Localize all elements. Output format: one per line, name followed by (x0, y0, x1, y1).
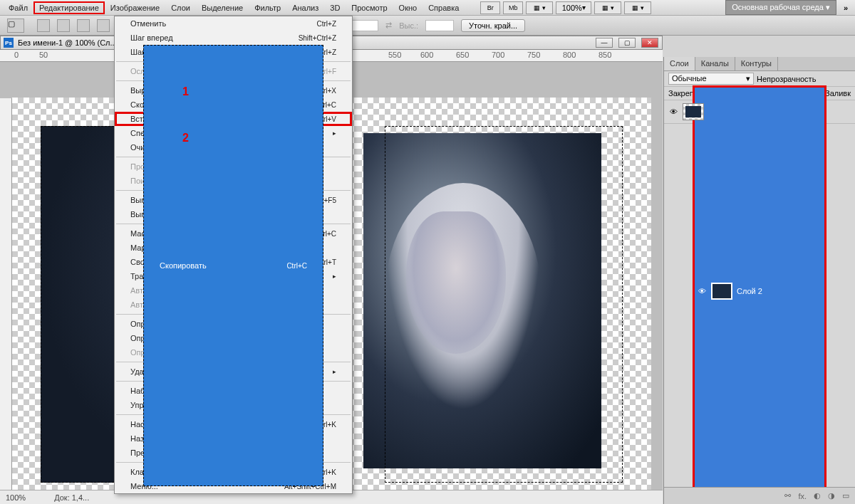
layers-panel-footer: ⚯ fx. ◐ ◑ ▭ (664, 487, 855, 504)
layers-panel: Слои Каналы Контуры Обычные▾ Непрозрачно… (663, 57, 855, 504)
bridge-icon[interactable]: Br (480, 1, 500, 14)
edit-menu-dropdown: ОтменитьCtrl+Z Шаг впередShift+Ctrl+Z Ша… (114, 16, 353, 494)
mi-copy[interactable]: СкопироватьCtrl+C (143, 45, 323, 486)
minibridge-icon[interactable]: Mb (503, 1, 523, 14)
screenmode-drop[interactable]: ▦ ▾ (526, 1, 553, 14)
mask-icon[interactable]: ◐ (814, 491, 821, 500)
more-icon[interactable]: » (839, 4, 852, 12)
mi-step-forward[interactable]: Шаг впередShift+Ctrl+Z (115, 31, 352, 45)
annotation-1: 1 (182, 85, 189, 98)
height-input[interactable] (425, 20, 454, 31)
tab-channels[interactable]: Каналы (695, 57, 735, 70)
width-input[interactable] (350, 20, 378, 31)
status-docsize[interactable]: Док: 1,4... (54, 493, 89, 502)
menu-filter[interactable]: Фильтр (249, 1, 286, 14)
layer-name[interactable]: Слой 2 (737, 287, 822, 295)
document-title: Без имени-1 @ 100% (Сл... (18, 38, 117, 47)
menu-image[interactable]: Изображение (105, 1, 165, 14)
sel-add-icon[interactable] (57, 19, 70, 32)
link-icon[interactable]: ⚯ (784, 491, 791, 500)
menu-help[interactable]: Справка (423, 1, 465, 14)
menu-edit[interactable]: Редактирование (33, 1, 105, 14)
menu-3d[interactable]: 3D (324, 1, 346, 14)
fx-icon[interactable]: fx. (798, 492, 807, 500)
sel-int-icon[interactable] (97, 19, 110, 32)
ruler-vertical (0, 98, 12, 490)
layer-row-2[interactable]: 👁 Слой 2 (693, 85, 826, 497)
extras-drop[interactable]: ▦ ▾ (624, 1, 651, 14)
menu-select[interactable]: Выделение (196, 1, 249, 14)
tab-paths[interactable]: Контуры (735, 57, 778, 70)
refine-edge-button[interactable]: Уточн. край... (461, 19, 525, 32)
workspace-button[interactable]: Основная рабочая среда ▾ (725, 0, 836, 15)
annotation-2: 2 (182, 132, 189, 145)
height-label: Выс.: (399, 21, 418, 30)
blend-mode-select[interactable]: Обычные▾ (668, 73, 754, 85)
layer-thumbnail[interactable] (711, 283, 732, 300)
opacity-label: Непрозрачность (757, 75, 816, 83)
adjust-icon[interactable]: ◑ (828, 491, 835, 500)
close-button[interactable]: ✕ (641, 38, 658, 48)
maximize-button[interactable]: ▢ (618, 38, 636, 48)
menubar: Файл Редактирование Изображение Слои Выд… (0, 0, 855, 16)
menu-window[interactable]: Окно (393, 1, 423, 14)
sel-sub-icon[interactable] (77, 19, 90, 32)
sel-new-icon[interactable] (37, 19, 50, 32)
ps-icon: Ps (4, 38, 14, 48)
tab-layers[interactable]: Слои (664, 57, 695, 70)
menu-view[interactable]: Просмотр (346, 1, 393, 14)
zoom-field[interactable]: 100% ▾ (556, 1, 591, 14)
canvas-right[interactable] (356, 98, 651, 490)
folder-icon[interactable]: ▭ (842, 491, 849, 500)
menu-analysis[interactable]: Анализ (286, 1, 324, 14)
arrange-drop[interactable]: ▦ ▾ (594, 1, 621, 14)
minimize-button[interactable]: — (596, 38, 613, 48)
selection-marquee (385, 126, 623, 483)
mi-undo[interactable]: ОтменитьCtrl+Z (115, 16, 352, 31)
marquee-tool-icon[interactable]: ▢ (7, 19, 24, 33)
status-zoom[interactable]: 100% (6, 493, 26, 502)
menu-file[interactable]: Файл (3, 1, 33, 14)
visibility-icon[interactable]: 👁 (668, 107, 678, 117)
menu-layers[interactable]: Слои (165, 1, 196, 14)
visibility-icon[interactable]: 👁 (697, 286, 707, 296)
fill-label: Заливк (825, 89, 851, 98)
layer-thumbnail[interactable] (683, 103, 704, 120)
